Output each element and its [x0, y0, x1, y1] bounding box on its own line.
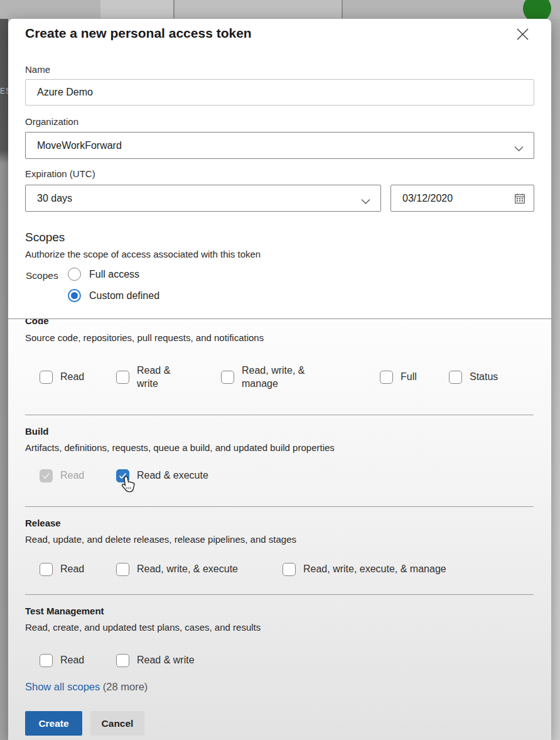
- checkbox-release-read[interactable]: Read: [40, 563, 84, 576]
- scopes-heading: Scopes: [25, 231, 65, 244]
- expiration-duration-dropdown[interactable]: 30 days: [25, 185, 381, 212]
- background-toolbar: [0, 0, 560, 19]
- cancel-button[interactable]: Cancel: [90, 711, 144, 736]
- background-field: [175, 0, 343, 18]
- checkbox-build-read: Read: [40, 469, 84, 482]
- checkbox-build-read-execute[interactable]: Read & execute: [116, 469, 208, 482]
- close-icon: [515, 27, 530, 43]
- checkbox-test-read[interactable]: Read: [40, 654, 84, 667]
- section-desc-release: Read, update, and delete releases, relea…: [25, 534, 296, 545]
- show-all-scopes-link[interactable]: Show all scopes: [25, 681, 100, 692]
- checkbox-code-read-write[interactable]: Read & write: [116, 364, 190, 391]
- code-checkbox-row: Read Read & write Read, write, & manage …: [8, 361, 551, 397]
- scopes-description: Authorize the scope of access associated…: [25, 249, 261, 259]
- close-button[interactable]: [510, 24, 535, 46]
- checkbox-icon: [40, 654, 53, 667]
- checkbox-icon: [380, 371, 393, 384]
- organization-dropdown[interactable]: MoveWorkForward: [25, 132, 534, 159]
- section-title-code: Code: [25, 318, 49, 326]
- section-divider: [25, 506, 534, 507]
- create-button[interactable]: Create: [25, 711, 82, 736]
- chevron-down-icon: [361, 196, 370, 207]
- expiration-date-picker[interactable]: 03/12/2020: [390, 185, 534, 212]
- checkbox-code-read[interactable]: Read: [40, 371, 84, 384]
- organization-label: Organization: [25, 116, 78, 127]
- radio-full-access[interactable]: Full access: [68, 268, 139, 281]
- screen: ES Create a new personal access token Na…: [0, 0, 560, 740]
- radio-selected-icon: [68, 289, 81, 302]
- expiration-duration-value: 30 days: [37, 193, 72, 204]
- checkbox-checked-disabled-icon: [40, 469, 53, 482]
- checkbox-code-full[interactable]: Full: [380, 371, 417, 384]
- background-page-right: [551, 19, 560, 740]
- show-all-scopes-count: (28 more): [103, 681, 148, 692]
- radio-icon: [68, 268, 81, 281]
- checkbox-icon: [449, 371, 462, 384]
- expiration-date-value: 03/12/2020: [402, 193, 453, 204]
- build-checkbox-row: Read Read & execute: [8, 469, 551, 488]
- chevron-down-icon: [514, 143, 524, 155]
- checkbox-code-read-write-manage[interactable]: Read, write, & manage: [221, 364, 327, 391]
- name-label: Name: [25, 64, 50, 75]
- expiration-label: Expiration (UTC): [25, 168, 95, 179]
- section-desc-test-management: Read, create, and updated test plans, ca…: [25, 622, 261, 633]
- checkbox-icon: [40, 563, 53, 576]
- background-field: [100, 0, 175, 18]
- test-checkbox-row: Read Read & write: [8, 654, 551, 673]
- show-all-scopes-row: Show all scopes (28 more): [25, 681, 148, 693]
- checkbox-icon: [116, 371, 129, 384]
- create-pat-dialog: Create a new personal access token Name …: [8, 19, 551, 740]
- radio-custom-defined[interactable]: Custom defined: [68, 289, 159, 302]
- dialog-title: Create a new personal access token: [25, 26, 252, 41]
- section-title-release: Release: [25, 518, 61, 528]
- section-divider: [25, 415, 534, 415]
- scopes-radio-caption: Scopes: [26, 270, 58, 281]
- section-title-build: Build: [25, 426, 49, 437]
- scopes-scroll-area[interactable]: Code Source code, repositories, pull req…: [8, 318, 551, 740]
- name-input[interactable]: [25, 79, 534, 106]
- section-title-test-management: Test Management: [25, 606, 104, 616]
- section-divider: [25, 594, 534, 595]
- background-clipped-text: ES: [0, 87, 8, 95]
- checkbox-icon: [40, 371, 53, 384]
- calendar-icon: [514, 193, 525, 207]
- checkbox-test-read-write[interactable]: Read & write: [116, 654, 195, 667]
- background-page-left: ES: [0, 19, 8, 740]
- section-desc-build: Artifacts, definitions, requests, queue …: [25, 442, 335, 453]
- checkbox-icon: [221, 371, 234, 384]
- checkbox-icon: [116, 654, 129, 667]
- checkbox-icon: [116, 563, 129, 576]
- organization-value: MoveWorkForward: [37, 140, 122, 151]
- section-desc-code: Source code, repositories, pull requests…: [25, 332, 264, 343]
- checkbox-release-read-write-execute-manage[interactable]: Read, write, execute, & manage: [283, 563, 446, 576]
- checkbox-icon: [283, 563, 296, 576]
- checkbox-checked-icon: [116, 469, 129, 482]
- release-checkbox-row: Read Read, write, & execute Read, write,…: [8, 563, 551, 582]
- checkbox-code-status[interactable]: Status: [449, 371, 498, 384]
- checkbox-release-read-write-execute[interactable]: Read, write, & execute: [116, 563, 238, 576]
